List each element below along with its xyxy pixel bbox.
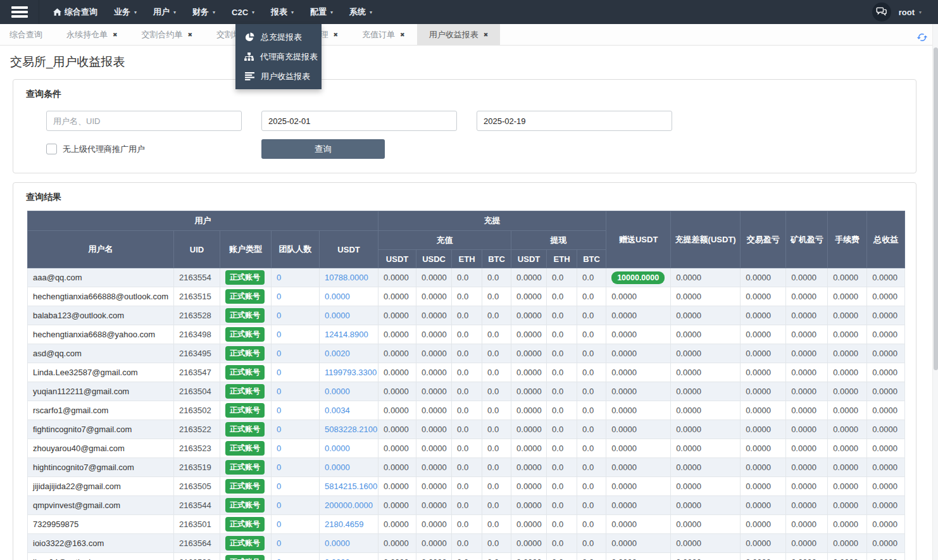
team-count-link[interactable]: 0 [277, 557, 281, 560]
dropdown-item-label: 代理商充提报表 [260, 51, 318, 63]
team-count-link[interactable]: 0 [277, 425, 281, 434]
usdt-balance-link[interactable]: 5814215.1600 [325, 482, 377, 491]
tab-用户收益报表[interactable]: 用户收益报表✖ [417, 24, 501, 45]
date-from-input[interactable] [261, 111, 457, 131]
cell-total-profit: 0.0000 [867, 268, 905, 287]
nav-item-label: 报表 [271, 6, 287, 18]
usdt-balance-link[interactable]: 0.0000 [325, 444, 350, 453]
page-scrollbar[interactable] [932, 24, 938, 560]
usdt-balance-link[interactable]: 0.0020 [325, 349, 350, 358]
close-icon[interactable]: ✖ [334, 32, 339, 38]
team-count-link[interactable]: 0 [277, 273, 281, 282]
account-type-badge: 正式账号 [225, 441, 265, 456]
cell-deposit-usdt: 0.0000 [378, 287, 416, 306]
sidebar-toggle-button[interactable] [0, 0, 39, 24]
team-count-link[interactable]: 0 [277, 501, 281, 510]
nav-item-业务[interactable]: 业务▾ [114, 0, 137, 24]
cell-fee: 0.0000 [828, 287, 867, 306]
nav-item-C2C[interactable]: C2C▾ [232, 0, 254, 24]
nav-item-用户[interactable]: 用户▾ [153, 0, 176, 24]
team-count-link[interactable]: 0 [277, 520, 281, 529]
tab-永续持仓单[interactable]: 永续持仓单✖ [54, 24, 130, 45]
cell-withdraw-eth: 0.0 [547, 439, 577, 458]
cell-fee: 0.0000 [828, 325, 867, 344]
usdt-balance-link[interactable]: 0.0000 [325, 463, 350, 472]
tab-交割合约单[interactable]: 交割合约单✖ [130, 24, 205, 45]
no-agent-checkbox[interactable] [46, 144, 57, 154]
cell-withdraw-eth: 0.0 [547, 382, 577, 401]
close-icon[interactable]: ✖ [400, 32, 405, 38]
tab-综合查询[interactable]: 综合查询 [9, 24, 54, 45]
cell-total-profit: 0.0000 [867, 439, 905, 458]
nav-item-label: 系统 [349, 6, 366, 18]
team-count-link[interactable]: 0 [277, 349, 281, 358]
nav-item-综合查询[interactable]: 综合查询 [53, 0, 97, 24]
team-count-link[interactable]: 0 [277, 311, 281, 320]
cell-username: 7329959875 [28, 515, 174, 534]
username-uid-input[interactable] [46, 111, 242, 131]
usdt-balance-link[interactable]: 0.0000 [325, 557, 350, 560]
cell-withdraw-usdt: 0.0000 [511, 458, 547, 477]
dropdown-item-总充提报表[interactable]: 总充提报表 [235, 27, 322, 47]
dropdown-item-代理商充提报表[interactable]: 代理商充提报表 [235, 47, 322, 66]
nav-item-报表[interactable]: 报表▾ [271, 0, 294, 24]
cell-deposit-usdc: 0.0000 [416, 325, 452, 344]
tab-充值订单[interactable]: 充值订单✖ [350, 24, 417, 45]
usdt-balance-link[interactable]: 0.0034 [325, 406, 350, 415]
cell-total-profit: 0.0000 [867, 325, 905, 344]
nav-item-label: 用户 [153, 6, 170, 18]
usdt-balance-link[interactable]: 0.0000 [325, 292, 350, 301]
cell-miner-pnl: 0.0000 [786, 553, 828, 560]
cell-total-profit: 0.0000 [867, 401, 905, 420]
cell-username: hightincognito7@gmail.com [28, 458, 174, 477]
usdt-balance-link[interactable]: 10788.0000 [325, 273, 368, 282]
header-miner-pnl: 矿机盈亏 [786, 211, 828, 268]
team-count-link[interactable]: 0 [277, 387, 281, 396]
user-menu[interactable]: root ▾ [899, 8, 922, 17]
cell-bonus-usdt: 0.0000 [606, 382, 671, 401]
close-icon[interactable]: ✖ [113, 32, 118, 38]
date-to-input[interactable] [477, 111, 672, 131]
nav-item-系统[interactable]: 系统▾ [349, 0, 372, 24]
cell-withdraw-usdt: 0.0000 [511, 287, 547, 306]
cell-withdraw-usdt: 0.0000 [511, 534, 547, 553]
close-icon[interactable]: ✖ [188, 32, 193, 38]
team-count-link[interactable]: 0 [277, 444, 281, 453]
usdt-balance-link[interactable]: 12414.8900 [325, 330, 368, 339]
header-deposit-eth: ETH [452, 250, 482, 268]
scrollbar-thumb[interactable] [934, 47, 938, 370]
dropdown-item-label: 总充提报表 [261, 32, 302, 43]
close-icon[interactable]: ✖ [484, 32, 489, 38]
refresh-button[interactable] [916, 32, 928, 43]
table-row: hechengtianxia6688@yahoo.com2163498正式账号0… [28, 325, 905, 344]
no-agent-checkbox-label: 无上级代理商推广用户 [63, 144, 145, 155]
team-count-link[interactable]: 0 [277, 482, 281, 491]
cell-miner-pnl: 0.0000 [786, 268, 828, 287]
chat-button[interactable] [872, 3, 891, 22]
cell-uid: 2163544 [174, 496, 220, 515]
cell-withdraw-eth: 0.0 [547, 287, 577, 306]
cell-username: qmpvinvest@gmail.com [28, 496, 174, 515]
cell-team-count: 0 [272, 496, 320, 515]
search-button[interactable]: 查询 [261, 139, 385, 159]
team-count-link[interactable]: 0 [277, 330, 281, 339]
team-count-link[interactable]: 0 [277, 292, 281, 301]
usdt-balance-link[interactable]: 200000.0000 [325, 501, 373, 510]
cell-deposit-usdc: 0.0000 [416, 553, 452, 560]
team-count-link[interactable]: 0 [277, 406, 281, 415]
cell-total-profit: 0.0000 [867, 477, 905, 496]
usdt-balance-link[interactable]: 0.0000 [325, 538, 350, 548]
usdt-balance-link[interactable]: 0.0000 [325, 387, 350, 396]
team-count-link[interactable]: 0 [277, 538, 281, 548]
nav-item-财务[interactable]: 财务▾ [192, 0, 215, 24]
usdt-balance-link[interactable]: 0.0000 [325, 311, 350, 320]
cell-usdt-balance: 5083228.2100 [320, 420, 378, 439]
usdt-balance-link[interactable]: 2180.4659 [325, 520, 363, 529]
usdt-balance-link[interactable]: 5083228.2100 [325, 425, 377, 434]
team-count-link[interactable]: 0 [277, 463, 281, 472]
cell-uid: 2163547 [174, 363, 220, 382]
usdt-balance-link[interactable]: 1199793.3300 [325, 368, 377, 377]
team-count-link[interactable]: 0 [277, 368, 281, 377]
dropdown-item-用户收益报表[interactable]: 用户收益报表 [235, 66, 322, 86]
nav-item-配置[interactable]: 配置▾ [310, 0, 333, 24]
